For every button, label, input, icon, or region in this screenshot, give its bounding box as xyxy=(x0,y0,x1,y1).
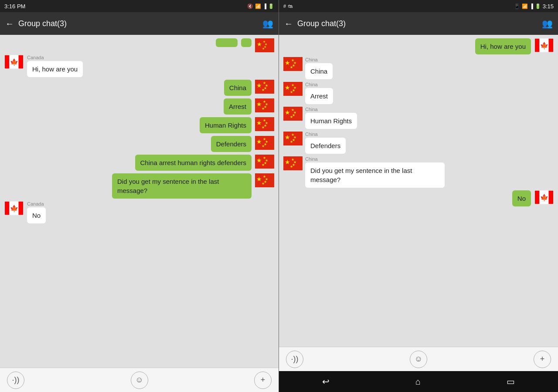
right-msg5-left: ★★★★★ China Defenders xyxy=(283,132,346,154)
svg-rect-46 xyxy=(5,202,10,215)
left-status-bar: 3:16 PM 🔇 📶 ▐ 🔋 xyxy=(0,0,279,12)
svg-text:★: ★ xyxy=(290,115,293,119)
left-msg1-sender: Canada xyxy=(27,55,83,60)
china-flag-msg7: ★★★★★ xyxy=(255,173,274,187)
left-msg-partial: ★★★★★ xyxy=(4,38,274,52)
canada-flag-msg8: 🍁 xyxy=(4,201,24,215)
china-flag-partial: ★★★★★ xyxy=(255,38,274,52)
left-emoji-icon: ☺ xyxy=(135,375,143,385)
right-contacts-icon[interactable]: 👥 xyxy=(542,18,553,29)
svg-rect-48 xyxy=(19,202,24,215)
wifi-icon: 📶 xyxy=(255,3,261,9)
nav-back-button[interactable]: ↩ xyxy=(322,376,330,387)
right-status-bar: # 🛍 📱 📶 ▐ 🔋 3:15 xyxy=(279,0,558,12)
right-status-icons-left: # 🛍 xyxy=(283,3,293,9)
svg-rect-84 xyxy=(535,191,540,204)
right-msg4-sender: China xyxy=(305,107,357,112)
right-plus-icon: + xyxy=(540,355,545,364)
svg-text:★: ★ xyxy=(290,140,293,144)
china-flag-right-msg6: ★★★★★ xyxy=(283,156,303,170)
right-chat-title: Group chat(3) xyxy=(297,19,538,28)
right-msg3-content: China Arrest xyxy=(305,82,333,104)
right-status-icons-right: 📱 📶 ▐ 🔋 3:15 xyxy=(514,3,554,10)
left-bottom-bar: ·)) ☺ + xyxy=(0,368,279,392)
left-msg1-row: 🍁 Canada Hi, how are you xyxy=(4,55,274,77)
svg-text:🍁: 🍁 xyxy=(540,193,549,202)
right-msg6-sender: China xyxy=(305,156,445,162)
mute-icon: 🔇 xyxy=(247,3,253,9)
right-msg2-content: China China xyxy=(305,57,333,79)
right-signal-icon: ▐ xyxy=(530,3,533,9)
svg-text:★: ★ xyxy=(290,165,293,169)
left-bubble-2: China xyxy=(224,80,252,96)
canada-flag-right-msg7: 🍁 xyxy=(534,190,554,204)
right-bubble-5: Defenders xyxy=(305,138,346,154)
right-msg7-row: 🍁 No xyxy=(283,190,554,206)
right-msg5-content: China Defenders xyxy=(305,132,346,154)
left-time: 3:16 PM xyxy=(4,3,25,10)
right-msg2-row: ★★★★★ China China xyxy=(283,57,554,79)
right-wifi-icon: 📶 xyxy=(522,3,528,9)
right-msg5-sender: China xyxy=(305,132,346,137)
right-back-button[interactable]: ← xyxy=(284,19,293,29)
china-flag-msg2: ★★★★★ xyxy=(255,80,274,94)
left-msg8-sender: Canada xyxy=(27,201,46,206)
right-emoji-button[interactable]: ☺ xyxy=(410,351,427,368)
left-msg1-col: Canada Hi, how are you xyxy=(27,55,83,77)
right-bubble-4: Human Rights xyxy=(305,113,357,129)
svg-text:★: ★ xyxy=(262,47,265,50)
left-top-bar: ← Group chat(3) 👥 xyxy=(0,12,279,35)
right-bottom-bar: ·)) ☺ + xyxy=(279,347,558,371)
china-flag-msg4: ★★★★★ xyxy=(255,117,274,131)
right-msg2-sender: China xyxy=(305,57,333,62)
right-msg4-content: China Human Rights xyxy=(305,107,357,129)
right-bubble-6: Did you get my sentence in the last mess… xyxy=(305,162,445,188)
right-bubble-2: China xyxy=(305,63,333,79)
bubble-partial2 xyxy=(216,38,238,47)
svg-text:★: ★ xyxy=(290,90,293,94)
right-battery-icon: 🔋 xyxy=(535,3,541,9)
left-bubble-4: Human Rights xyxy=(200,117,252,133)
china-flag-msg3: ★★★★★ xyxy=(255,98,274,112)
left-bubble-8: No xyxy=(27,207,46,223)
svg-text:★: ★ xyxy=(262,163,265,167)
svg-text:★: ★ xyxy=(262,144,265,148)
left-plus-button[interactable]: + xyxy=(254,372,272,389)
right-msg3-sender: China xyxy=(305,82,333,87)
china-flag-right-msg5: ★★★★★ xyxy=(283,132,303,145)
left-audio-button[interactable]: ·)) xyxy=(7,372,24,389)
right-audio-button[interactable]: ·)) xyxy=(286,351,303,368)
battery-icon: 🔋 xyxy=(268,3,274,9)
svg-rect-6 xyxy=(5,55,10,69)
right-top-bar: ← Group chat(3) 👥 xyxy=(279,12,558,35)
left-bubble-5: Defenders xyxy=(211,136,252,152)
china-flag-msg5: ★★★★★ xyxy=(255,136,274,150)
nav-home-button[interactable]: ⌂ xyxy=(415,377,421,387)
right-msg4-left: ★★★★★ China Human Rights xyxy=(283,107,357,129)
bag-icon: 🛍 xyxy=(288,3,293,9)
left-back-button[interactable]: ← xyxy=(5,19,14,29)
left-msg8-col: Canada No xyxy=(27,201,46,223)
signal-icon: ▐ xyxy=(263,3,266,9)
left-plus-icon: + xyxy=(261,375,265,385)
right-msg6-left: ★★★★★ China Did you get my sentence in t… xyxy=(283,156,445,188)
svg-rect-52 xyxy=(549,39,554,52)
right-msg3-row: ★★★★★ China Arrest xyxy=(283,82,554,104)
svg-text:🍁: 🍁 xyxy=(10,58,19,66)
china-flag-right-msg2: ★★★★★ xyxy=(283,57,303,71)
canada-flag-msg1: 🍁 xyxy=(4,55,24,69)
right-audio-icon: ·)) xyxy=(291,355,299,364)
nav-recent-button[interactable]: ▭ xyxy=(507,376,515,387)
left-msg3-row: ★★★★★ Arrest xyxy=(4,98,274,115)
china-flag-msg6: ★★★★★ xyxy=(255,155,274,169)
left-bubble-3: Arrest xyxy=(224,98,252,115)
left-msg4-row: ★★★★★ Human Rights xyxy=(4,117,274,133)
left-contacts-icon[interactable]: 👥 xyxy=(262,18,273,29)
hashtag-icon: # xyxy=(283,3,286,9)
left-emoji-button[interactable]: ☺ xyxy=(131,372,148,389)
right-plus-button[interactable]: + xyxy=(534,351,551,368)
svg-rect-50 xyxy=(535,39,540,52)
left-bubble-1: Hi, how are you xyxy=(27,61,83,77)
right-emoji-icon: ☺ xyxy=(415,355,422,364)
svg-text:★: ★ xyxy=(262,88,265,92)
